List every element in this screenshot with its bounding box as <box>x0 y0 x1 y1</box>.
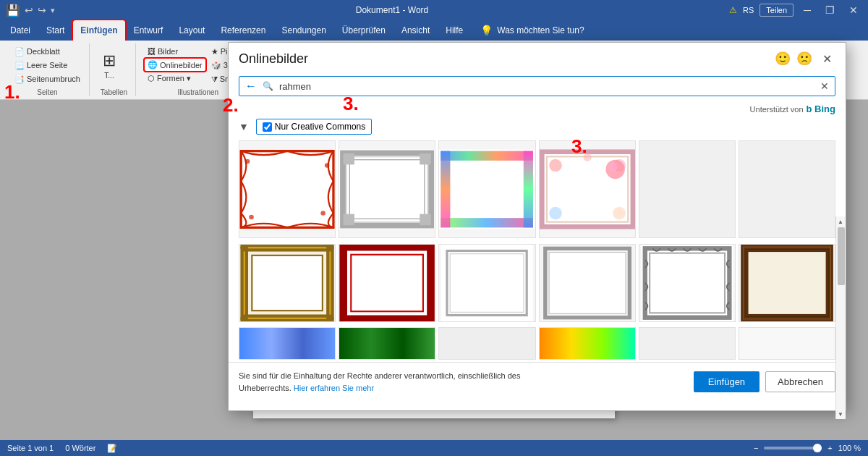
image-ornate-frame[interactable] <box>639 244 736 322</box>
svg-point-33 <box>240 245 248 252</box>
svg-rect-14 <box>439 149 535 229</box>
image-red-frame[interactable] <box>339 244 435 322</box>
help-light-icon: 💡 <box>480 25 493 36</box>
bing-logo: b Bing <box>807 104 835 114</box>
svg-point-26 <box>583 153 591 161</box>
help-search-label[interactable]: Was möchten Sie tun? <box>497 25 584 35</box>
user-initials: RS <box>743 6 754 14</box>
image-partial6[interactable] <box>739 327 835 360</box>
tab-datei[interactable]: Datei <box>3 20 38 41</box>
zoom-percent: 100 % <box>838 444 861 452</box>
tab-start[interactable]: Start <box>39 20 72 41</box>
search-input[interactable] <box>279 81 814 92</box>
tab-referenzen[interactable]: Referenzen <box>213 20 273 41</box>
minimize-btn[interactable]: ─ <box>799 3 815 17</box>
seiten-col: 📄 Deckblatt 📃 Leere Seite 📑 Seitenumbruc… <box>12 46 83 85</box>
status-right: − + 100 % <box>754 444 861 452</box>
bilder-icon: 🖼 <box>148 47 156 56</box>
smartart-icon: ⧩ <box>211 75 218 84</box>
onlinebilder-dialog[interactable]: Onlinebilder 🙂 🙁 ✕ ← 🔍 3. ✕ Unterstützt … <box>228 42 846 411</box>
bilder-btn[interactable]: 🖼 Bilder <box>145 46 205 57</box>
3d-icon: 🎲 <box>211 61 221 70</box>
seiten-label: Seiten <box>37 87 57 96</box>
svg-point-3 <box>325 163 330 168</box>
dialog-scrollbar[interactable]: ▲ ▼ <box>835 216 846 419</box>
svg-point-5 <box>320 211 326 216</box>
seiten-buttons: 📄 Deckblatt 📃 Leere Seite 📑 Seitenumbruc… <box>12 43 83 87</box>
svg-point-34 <box>326 245 334 252</box>
image-silver[interactable] <box>339 140 435 238</box>
tab-entwurf[interactable]: Entwurf <box>127 20 171 41</box>
illustrationen-col: 🖼 Bilder 🌐 Onlinebilder ⬡ Formen ▾ <box>145 46 205 85</box>
search-back-btn[interactable]: ← <box>245 80 257 93</box>
seitenumbruch-btn[interactable]: 📑 Seitenumbruch <box>12 73 83 85</box>
leere-seite-icon: 📃 <box>14 61 25 70</box>
image-partial3[interactable] <box>438 327 535 360</box>
leere-seite-btn[interactable]: 📃 Leere Seite <box>12 59 83 72</box>
image-gold-ornate[interactable] <box>239 244 336 322</box>
zoom-out-btn[interactable]: − <box>754 444 758 452</box>
quick-access[interactable]: ▾ <box>51 6 55 15</box>
word-icon: 💾 <box>6 4 20 17</box>
zoom-slider[interactable] <box>764 447 822 449</box>
legal-text2: Urheberrechts. <box>239 384 292 392</box>
filter-icon[interactable]: ▼ <box>239 121 249 132</box>
search-icon: 🔍 <box>263 81 273 91</box>
image-gray-frame[interactable] <box>539 244 636 322</box>
image-placeholder1[interactable] <box>639 140 736 238</box>
dialog-close-btn[interactable]: ✕ <box>818 50 835 67</box>
tab-ueberprufen[interactable]: Überprüfen <box>335 20 393 41</box>
search-clear-btn[interactable]: ✕ <box>820 80 829 92</box>
image-row3 <box>229 326 846 362</box>
image-floral[interactable] <box>539 140 636 238</box>
tab-einfuegen[interactable]: Einfügen <box>73 20 124 41</box>
svg-rect-42 <box>451 254 524 313</box>
image-placeholder2[interactable] <box>739 140 835 238</box>
tab-ansicht[interactable]: Ansicht <box>394 20 437 41</box>
svg-point-35 <box>240 314 248 321</box>
close-btn[interactable]: ✕ <box>845 3 862 17</box>
scroll-up-btn[interactable]: ▲ <box>836 216 845 227</box>
scroll-thumb[interactable] <box>838 227 845 285</box>
image-green-stripe[interactable] <box>339 327 435 360</box>
insert-btn[interactable]: Einfügen <box>694 371 760 392</box>
dialog-bottom: Sie sind für die Einhaltung der Rechte a… <box>229 362 846 401</box>
deckblatt-icon: 📄 <box>14 47 25 56</box>
image-blue-pattern[interactable] <box>239 327 336 360</box>
share-button[interactable]: Teilen <box>760 4 793 17</box>
svg-rect-1 <box>241 151 333 228</box>
image-row2 <box>229 242 846 326</box>
image-partial5[interactable] <box>639 327 736 360</box>
onlinebilder-icon: 🌐 <box>148 60 158 69</box>
emoji-happy-icon[interactable]: 🙂 <box>775 51 791 67</box>
creative-commons-checkbox[interactable]: Nur Creative Commons <box>256 119 372 135</box>
image-row1 <box>229 138 846 242</box>
image-dark-wood[interactable] <box>739 244 835 322</box>
emoji-sad-icon[interactable]: 🙁 <box>796 51 812 67</box>
redo-btn[interactable]: ↪ <box>38 4 46 16</box>
warning-icon: ⚠ <box>729 5 737 15</box>
tabelle-btn[interactable]: ⊞ T... <box>98 48 120 83</box>
dialog-icons: 🙂 🙁 ✕ <box>775 50 835 67</box>
formen-btn[interactable]: ⬡ Formen ▾ <box>145 72 205 85</box>
deckblatt-btn[interactable]: 📄 Deckblatt <box>12 46 83 58</box>
title-bar: 💾 ↩ ↪ ▾ Dokument1 - Word ⚠ RS Teilen ─ ❐… <box>0 0 868 20</box>
undo-btn[interactable]: ↩ <box>25 4 33 16</box>
cc-checkbox-input[interactable] <box>263 122 272 132</box>
svg-rect-12 <box>344 214 354 225</box>
cancel-btn[interactable]: Abbrechen <box>765 371 835 392</box>
image-red-vine[interactable] <box>239 140 336 238</box>
image-simple-frame[interactable] <box>438 244 535 322</box>
tab-layout[interactable]: Layout <box>171 20 212 41</box>
onlinebilder-btn[interactable]: 🌐 Onlinebilder <box>145 59 205 71</box>
scroll-down-btn[interactable]: ▼ <box>836 409 845 419</box>
image-colorful[interactable] <box>438 140 535 238</box>
image-colorful2[interactable] <box>539 327 636 360</box>
legal-link[interactable]: Hier erfahren Sie mehr <box>294 384 374 392</box>
tabelle-icon: ⊞ <box>103 51 116 70</box>
tab-hilfe[interactable]: Hilfe <box>438 20 470 41</box>
tab-sendungen[interactable]: Sendungen <box>274 20 333 41</box>
zoom-in-btn[interactable]: + <box>827 444 832 452</box>
restore-btn[interactable]: ❐ <box>821 3 839 17</box>
svg-rect-39 <box>351 255 423 311</box>
